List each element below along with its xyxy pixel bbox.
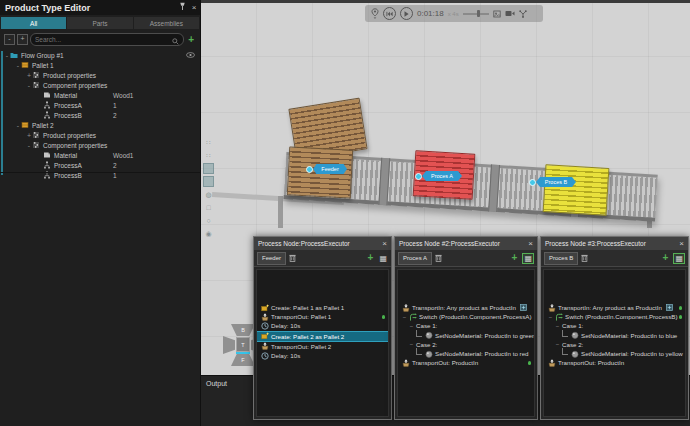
statement-row[interactable]: TransportOut: Pallet 1 — [257, 312, 388, 321]
tree-row[interactable]: ProcessA2 — [0, 160, 200, 170]
window-title-bar[interactable]: Process Node #3:ProcessExecutor × — [541, 237, 688, 250]
tree-row[interactable]: -Flow Group #1 — [0, 50, 200, 60]
tree-item-value[interactable]: Wood1 — [113, 92, 133, 99]
statement-row[interactable]: SetNodeMaterial: ProductIn to yellow — [544, 349, 685, 358]
statement-row[interactable]: TransportOut: ProductIn — [544, 358, 685, 367]
view-left-button[interactable] — [223, 336, 235, 354]
close-icon[interactable]: × — [378, 239, 391, 248]
grid-snap-icon[interactable]: ∷ — [203, 137, 214, 148]
tree-row[interactable]: MaterialWood1 — [0, 150, 200, 160]
add-product-type-button[interactable]: + — [186, 35, 196, 45]
tree-row[interactable]: -Pallet 1 — [0, 60, 200, 70]
statement-expander[interactable]: − — [555, 323, 560, 329]
point-snap-icon[interactable]: ∷ — [203, 150, 214, 161]
tab-parts[interactable]: Parts — [67, 17, 132, 29]
tree-row[interactable]: -Component properties — [0, 80, 200, 90]
product-picker-icon[interactable] — [520, 304, 527, 311]
flow-analysis-icon[interactable] — [519, 10, 527, 18]
product-picker-icon[interactable] — [666, 304, 673, 311]
circle-select-icon[interactable]: ◍ — [203, 189, 214, 200]
output-tab-label[interactable]: Output — [206, 380, 227, 387]
reset-simulation-button[interactable] — [383, 7, 396, 20]
search-box[interactable] — [30, 33, 184, 46]
statement-row[interactable]: Delay: 10s — [257, 351, 388, 360]
face-select-icon[interactable] — [203, 176, 214, 187]
routine-selector[interactable]: Feeder — [257, 252, 286, 265]
add-statement-button[interactable]: + — [661, 253, 671, 263]
trash-icon[interactable] — [435, 254, 442, 262]
close-icon[interactable]: × — [675, 239, 688, 248]
tree-item-value[interactable]: 2 — [113, 112, 117, 119]
routine-selector[interactable]: Proces A — [398, 252, 432, 265]
feeder-node-dot[interactable] — [306, 166, 313, 173]
speed-slider[interactable] — [463, 13, 489, 15]
statement-row[interactable]: −Switch (ProductIn.Component.ProcessA) — [398, 312, 534, 321]
trash-icon[interactable] — [289, 254, 296, 262]
play-button[interactable] — [400, 7, 413, 20]
statement-row[interactable]: SetNodeMaterial: ProductIn to green — [398, 331, 534, 340]
search-input[interactable] — [35, 36, 172, 43]
collapse-all-button[interactable]: - — [4, 34, 15, 45]
statement-grid-toggle[interactable]: ▦ — [378, 254, 388, 263]
view-top-button[interactable]: T — [236, 337, 250, 352]
pin-icon[interactable] — [176, 2, 188, 13]
screenshot-icon[interactable] — [493, 10, 501, 18]
process-b-node-dot[interactable] — [529, 179, 536, 186]
close-icon[interactable]: × — [188, 3, 200, 12]
statement-row[interactable]: Create: Pallet 2 as Pallet 2 — [257, 331, 388, 342]
statement-row[interactable]: TransportOut: Pallet 2 — [257, 342, 388, 351]
process-b-node-badge[interactable]: Proces B — [536, 177, 576, 187]
tab-assemblies[interactable]: Assemblies — [134, 17, 199, 29]
statement-row[interactable]: TransportIn: Any product as ProductIn — [398, 303, 534, 312]
process-a-node-badge[interactable]: Proces A — [422, 171, 462, 181]
yellow-pallet[interactable] — [543, 164, 610, 216]
statement-expander[interactable]: − — [402, 314, 407, 320]
statement-row[interactable]: SetNodeMaterial: ProductIn to blue — [544, 331, 685, 340]
tree-row[interactable]: +Product properties — [0, 70, 200, 80]
statement-row[interactable]: Create: Pallet 1 as Pallet 1 — [257, 303, 388, 312]
box-select-icon[interactable]: □ — [203, 202, 214, 213]
tree-row[interactable]: ProcessB2 — [0, 110, 200, 120]
view-back-button[interactable]: B — [231, 324, 255, 336]
statement-row[interactable]: −Switch (ProductIn.Component.ProcessB) — [544, 312, 685, 321]
plane-select-icon[interactable] — [203, 163, 214, 174]
statement-row[interactable]: TransportIn: Any product as ProductIn — [544, 303, 685, 312]
statement-expander[interactable]: − — [555, 341, 560, 347]
delay-icon — [261, 322, 269, 330]
tree-item-value[interactable]: Wood1 — [113, 152, 133, 159]
tree-row[interactable]: MaterialWood1 — [0, 90, 200, 100]
speed-slider-handle[interactable] — [477, 10, 480, 17]
close-icon[interactable]: × — [524, 239, 537, 248]
sphere-select-icon[interactable]: ◉ — [203, 228, 214, 239]
window-title-bar[interactable]: Process Node:ProcessExecutor × — [254, 237, 391, 250]
statement-expander[interactable]: − — [548, 314, 553, 320]
routine-selector[interactable]: Proces B — [544, 252, 578, 265]
tree-row[interactable]: ProcessA1 — [0, 100, 200, 110]
statement-row[interactable]: SetNodeMaterial: ProductIn to red — [398, 349, 534, 358]
add-statement-button[interactable]: + — [510, 253, 520, 263]
statement-grid-toggle[interactable]: ▦ — [522, 253, 534, 264]
statement-row[interactable]: TransportOut: ProductIn — [398, 358, 534, 367]
tree-row[interactable]: -Component properties — [0, 140, 200, 150]
tree-row[interactable]: -Pallet 2 — [0, 120, 200, 130]
view-front-button[interactable]: F — [231, 354, 255, 366]
feeder-node-badge[interactable]: Feeder — [313, 164, 347, 174]
lasso-select-icon[interactable]: ○ — [203, 215, 214, 226]
statement-grid-toggle[interactable]: ▦ — [673, 253, 685, 264]
record-position-icon[interactable] — [371, 8, 379, 19]
window-title-bar[interactable]: Process Node #2:ProcessExecutor × — [395, 237, 537, 250]
statement-row[interactable]: Delay: 10s — [257, 321, 388, 330]
expand-all-button[interactable]: + — [17, 34, 28, 45]
tab-bar: All Parts Assemblies — [1, 17, 199, 29]
tree-item-value[interactable]: 2 — [113, 162, 117, 169]
statement-expander[interactable]: − — [409, 323, 414, 329]
tree-item-value[interactable]: 1 — [113, 102, 117, 109]
visibility-eye-icon[interactable] — [186, 52, 195, 59]
tree-row[interactable]: +Product properties — [0, 130, 200, 140]
process-a-node-dot[interactable] — [415, 173, 422, 180]
record-video-icon[interactable] — [505, 10, 515, 17]
tab-all[interactable]: All — [1, 17, 66, 29]
add-statement-button[interactable]: + — [366, 253, 376, 263]
trash-icon[interactable] — [581, 254, 588, 262]
statement-expander[interactable]: − — [409, 341, 414, 347]
